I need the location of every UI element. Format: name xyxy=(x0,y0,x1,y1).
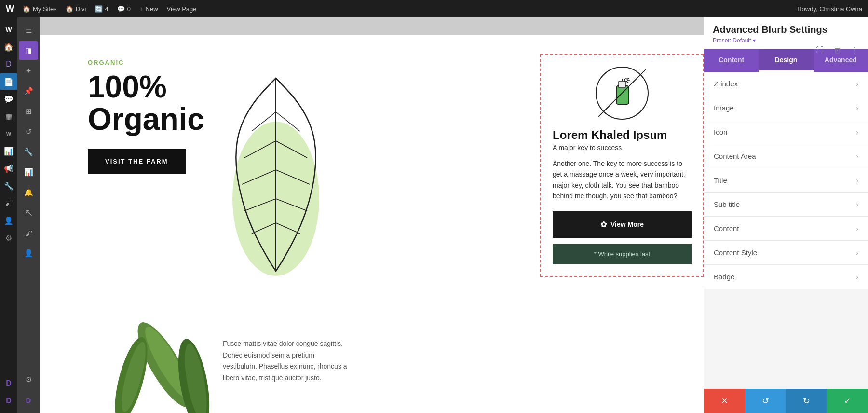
settings-row-content-style[interactable]: Content Style › xyxy=(704,241,868,265)
dashboard-icon[interactable]: 🏠 xyxy=(0,39,17,55)
updates-item[interactable]: 🔄 4 xyxy=(95,5,108,13)
settings-row-subtitle[interactable]: Sub title › xyxy=(704,193,868,217)
blurb-subtitle: A major key to success xyxy=(553,144,692,151)
layout-icon[interactable]: ▦ xyxy=(0,108,17,124)
divi-bell-icon[interactable]: 🔔 xyxy=(19,183,38,202)
subtitle-chevron-icon: › xyxy=(856,201,858,208)
tab-content[interactable]: Content xyxy=(704,49,759,72)
blurb-icon-circle xyxy=(596,67,649,120)
flower-icon: ✿ xyxy=(600,220,607,229)
divi-sparkle-icon[interactable]: ✦ xyxy=(19,62,38,80)
divi-wrench-icon[interactable]: 🔧 xyxy=(19,143,38,161)
settings-row-badge[interactable]: Badge › xyxy=(704,265,868,289)
supplies-button[interactable]: * While supplies last xyxy=(553,244,692,264)
undo-button[interactable]: ↺ xyxy=(745,389,786,413)
divi-layers-icon[interactable]: ☰ xyxy=(19,21,38,40)
blurb-card[interactable]: Lorem Khaled Ipsum A major key to succes… xyxy=(540,54,704,277)
view-page-item[interactable]: View Page xyxy=(167,5,197,13)
comments-icon: 💬 xyxy=(117,5,125,13)
comments-menu-icon[interactable]: 💬 xyxy=(0,91,17,107)
subtitle-label: Sub title xyxy=(714,200,740,208)
cancel-button[interactable]: ✕ xyxy=(704,389,745,413)
panel-footer: ✕ ↺ ↻ ✓ xyxy=(704,389,868,413)
settings-icon[interactable]: ⚙ xyxy=(0,230,17,246)
pages-icon[interactable]: 📄 xyxy=(0,73,17,90)
image-chevron-icon: › xyxy=(856,104,858,112)
settings-row-zindex[interactable]: Z-index › xyxy=(704,72,868,96)
divi-d2-icon[interactable]: D xyxy=(0,393,17,409)
admin-bar: W 🏠 My Sites 🏠 Divi 🔄 4 💬 0 + New View P… xyxy=(0,0,868,17)
blurb-body: Another one. The key to more success is … xyxy=(553,158,692,202)
panel-body: Z-index › Image › Icon › Content Area › … xyxy=(704,72,868,389)
new-item[interactable]: + New xyxy=(139,5,158,13)
home-icon: 🏠 xyxy=(23,5,30,13)
settings-row-image[interactable]: Image › xyxy=(704,96,868,120)
panel-more-icon[interactable]: ⋮ xyxy=(848,43,861,57)
redo-button[interactable]: ↻ xyxy=(786,389,827,413)
badge-chevron-icon: › xyxy=(856,273,858,281)
save-button[interactable]: ✓ xyxy=(827,389,868,413)
divi-blocks-icon[interactable]: ⊞ xyxy=(19,102,38,121)
visit-farm-button[interactable]: VISIT THE FARM xyxy=(88,149,186,174)
svg-line-24 xyxy=(627,82,629,83)
zindex-label: Z-index xyxy=(714,80,738,88)
content-label: Content xyxy=(714,224,739,233)
settings-panel: Advanced Blurb Settings Preset: Default … xyxy=(704,17,868,413)
tools-icon[interactable]: 🔧 xyxy=(0,178,17,194)
settings-row-icon[interactable]: Icon › xyxy=(704,120,868,144)
panel-header-icons: ⛶ ⊡ ⋮ xyxy=(813,43,861,57)
panel-preset[interactable]: Preset: Default ▾ xyxy=(713,37,859,44)
divi-left-panel: ☰ ◨ ✦ 📌 ⊞ ↺ 🔧 📊 🔔 ⛏ 🖌 👤 ⚙ D xyxy=(17,17,40,413)
preset-chevron-icon: ▾ xyxy=(753,37,756,44)
divi-stats-icon[interactable]: 📊 xyxy=(19,163,38,181)
updates-icon: 🔄 xyxy=(95,5,103,13)
badge-label: Badge xyxy=(714,273,734,281)
comments-item[interactable]: 💬 0 xyxy=(117,5,131,13)
canvas-area: ORGANIC 100%Organic VISIT THE FARM xyxy=(40,17,704,413)
users-icon[interactable]: 👤 xyxy=(0,212,17,229)
wp-logo-icon[interactable]: W xyxy=(6,4,14,14)
panel-title: Advanced Blurb Settings xyxy=(713,24,859,35)
view-more-button[interactable]: ✿ View More xyxy=(553,211,692,238)
analytics-icon[interactable]: 📊 xyxy=(0,143,17,159)
title-chevron-icon: › xyxy=(856,177,858,184)
panel-header: Advanced Blurb Settings Preset: Default … xyxy=(704,17,868,49)
content-style-label: Content Style xyxy=(714,248,757,257)
divi-item[interactable]: 🏠 Divi xyxy=(66,5,86,13)
svg-line-22 xyxy=(627,78,629,79)
my-sites-item[interactable]: 🏠 My Sites xyxy=(23,5,57,13)
divi-home-icon: 🏠 xyxy=(66,5,73,13)
divi-history-icon[interactable]: ↺ xyxy=(19,123,38,141)
fullscreen-icon[interactable]: ⛶ xyxy=(813,43,827,57)
divi-d-panel-icon[interactable]: D xyxy=(19,391,38,409)
content-area-label: Content Area xyxy=(714,152,756,160)
divi-d-icon[interactable]: D xyxy=(0,375,17,392)
divi-person-icon[interactable]: 👤 xyxy=(19,244,38,262)
divi-settings-icon[interactable]: ⚙ xyxy=(19,371,38,389)
wp-logo-sidebar[interactable]: W xyxy=(0,21,17,38)
settings-row-title[interactable]: Title › xyxy=(704,168,868,193)
settings-row-content[interactable]: Content › xyxy=(704,217,868,241)
divi-pick-icon[interactable]: ⛏ xyxy=(19,204,38,222)
title-label: Title xyxy=(714,176,727,184)
new-icon: + xyxy=(139,5,143,13)
woo-icon[interactable]: W xyxy=(0,125,17,142)
divi-menu-icon[interactable]: D xyxy=(0,56,17,72)
divi-panel-active-icon[interactable]: ◨ xyxy=(19,41,38,60)
wp-admin-sidebar: W 🏠 D 📄 💬 ▦ W 📊 📢 🔧 🖌 👤 ⚙ D D xyxy=(0,17,17,413)
divi-pin-icon[interactable]: 📌 xyxy=(19,82,38,100)
blurb-title: Lorem Khaled Ipsum xyxy=(553,128,692,142)
zindex-chevron-icon: › xyxy=(856,80,858,88)
panel-expand-icon[interactable]: ⊡ xyxy=(830,43,844,57)
user-greeting: Howdy, Christina Gwira xyxy=(797,5,862,13)
content-area-chevron-icon: › xyxy=(856,152,858,160)
divi-brush-icon[interactable]: 🖌 xyxy=(19,224,38,242)
brush-icon[interactable]: 🖌 xyxy=(0,195,17,211)
tab-design[interactable]: Design xyxy=(759,49,813,72)
content-chevron-icon: › xyxy=(856,225,858,233)
marketing-icon[interactable]: 📢 xyxy=(0,160,17,177)
body-text: Fusce mattis vitae dolor congue sagittis… xyxy=(223,338,348,384)
icon-label: Icon xyxy=(714,128,727,136)
settings-row-content-area[interactable]: Content Area › xyxy=(704,144,868,168)
leaf-illustration xyxy=(218,64,343,297)
